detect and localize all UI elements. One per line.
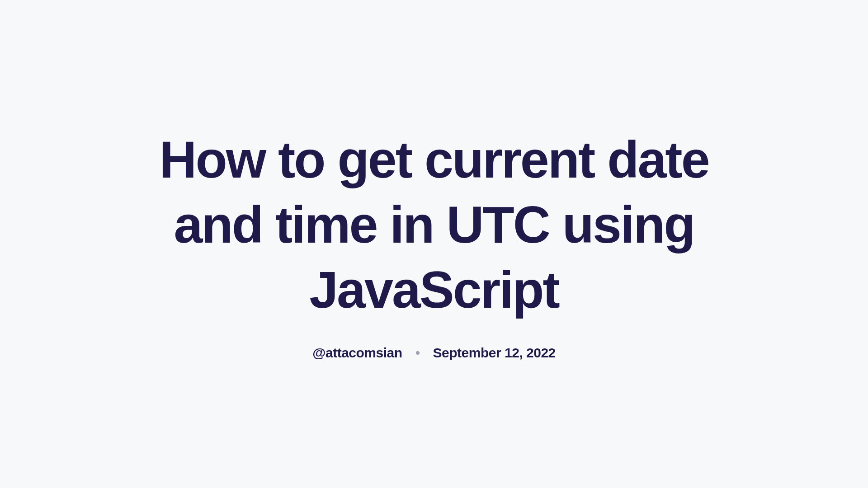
- article-meta: @attacomsian September 12, 2022: [136, 345, 732, 361]
- author-handle: @attacomsian: [312, 345, 402, 361]
- article-title: How to get current date and time in UTC …: [136, 127, 732, 322]
- dot-separator-icon: [416, 351, 420, 355]
- article-header: How to get current date and time in UTC …: [118, 127, 750, 360]
- publish-date: September 12, 2022: [433, 345, 556, 361]
